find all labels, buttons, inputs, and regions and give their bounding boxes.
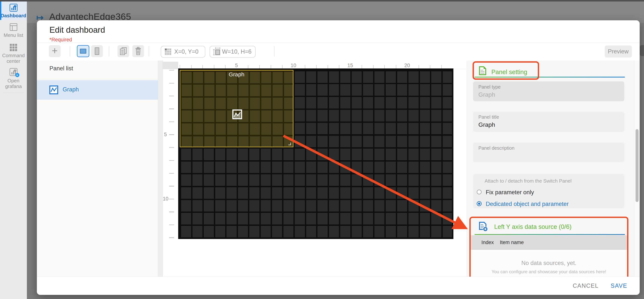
- vertical-ruler: 5 10: [163, 70, 178, 276]
- sidebar-item-command-center[interactable]: Command center: [0, 44, 27, 64]
- attach-group-label: Attach to / detach from the Switch Panel: [484, 178, 572, 184]
- toolbar-separator: [274, 46, 274, 56]
- size-value: W=10, H=6: [222, 48, 252, 55]
- panel-title-field[interactable]: Panel title Graph: [473, 112, 624, 132]
- annotation-box-datasource: Left Y axis data source (0/6) Index Item…: [469, 217, 628, 280]
- panel-size-field[interactable]: W=10, H=6: [210, 46, 256, 58]
- selected-graph-panel[interactable]: Graph: [180, 70, 294, 147]
- settings-scrollbar[interactable]: [634, 60, 640, 276]
- share-arrow-badge-icon: ➤: [15, 73, 19, 77]
- sidebar-divider: [3, 92, 24, 93]
- attach-switch-panel-group: Attach to / detach from the Switch Panel…: [473, 174, 624, 208]
- save-button[interactable]: SAVE: [611, 282, 627, 289]
- delete-panel-button[interactable]: [132, 45, 144, 57]
- portrait-orientation-button[interactable]: [91, 45, 103, 57]
- add-datasource-doc-icon: [478, 222, 488, 232]
- header-divider: [37, 42, 640, 43]
- datasource-title: Left Y axis data source (0/6): [494, 223, 572, 230]
- sidebar-item-label: Dashboard: [0, 13, 27, 18]
- trash-icon: [134, 47, 142, 55]
- duplicate-panel-button[interactable]: [118, 45, 129, 57]
- panel-list-column: Panel list Graph: [37, 60, 158, 276]
- scrollbar-thumb[interactable]: [636, 129, 638, 202]
- window-top-strip: [0, 0, 644, 2]
- preview-button[interactable]: Preview: [605, 46, 632, 58]
- copy-icon: [120, 47, 127, 55]
- toolbar-separator: [70, 46, 70, 56]
- sidebar-item-dashboard[interactable]: Dashboard: [0, 2, 27, 20]
- column-item-name: Item name: [500, 235, 524, 250]
- toolbar-separator: [109, 46, 109, 56]
- annotation-box-panel-setting: [472, 61, 539, 80]
- toolbar-separator: [149, 46, 149, 56]
- panel-list-item-graph[interactable]: Graph: [37, 80, 158, 100]
- horizontal-ruler: 5 10 15 20: [163, 62, 469, 69]
- edit-dashboard-dialog: Edit dashboard *Required + X=0, Y=0 W: [37, 20, 640, 295]
- left-nav-sidebar: Dashboard Menu list Command center ➤ Ope…: [0, 0, 27, 299]
- panel-settings-sidebar: Panel setting Panel type Graph Panel tit…: [466, 60, 634, 276]
- landscape-rect-icon: [80, 49, 86, 54]
- panel-list-item-label: Graph: [62, 86, 79, 93]
- graph-placeholder-icon: [232, 109, 242, 120]
- radio-icon: [477, 190, 482, 194]
- panel-resize-handle[interactable]: [288, 142, 291, 145]
- panel-list-title: Panel list: [50, 65, 73, 72]
- dashboard-grid-canvas: 5 10 15 20 5 10 Graph: [163, 60, 469, 276]
- size-measure-icon: [214, 48, 219, 56]
- dialog-footer: CANCEL SAVE: [37, 276, 640, 295]
- position-value: X=0, Y=0: [174, 48, 198, 55]
- page-header-dimmed: ↦ AdvantechEdge365: [27, 2, 644, 23]
- grid-position-icon: [165, 48, 171, 55]
- datasource-empty-state: No data sources, yet. You can configure …: [471, 250, 627, 279]
- menu-layout-icon: [10, 23, 17, 31]
- plus-icon: +: [52, 46, 58, 56]
- required-note: *Required: [50, 37, 72, 43]
- line-chart-icon: [49, 85, 58, 94]
- panel-position-field[interactable]: X=0, Y=0: [161, 46, 205, 58]
- dialog-title: Edit dashboard: [50, 25, 105, 34]
- sidebar-item-open-grafana[interactable]: ➤ Open grafana: [0, 68, 27, 89]
- datasource-table-header: Index Item name: [471, 235, 627, 250]
- ruler-corner: [163, 62, 178, 69]
- landscape-orientation-button[interactable]: [77, 45, 89, 57]
- panel-caption: Graph: [180, 71, 293, 78]
- cancel-button[interactable]: CANCEL: [573, 282, 599, 289]
- sidebar-item-menu-list[interactable]: Menu list: [0, 23, 27, 38]
- radio-selected-icon: [477, 201, 482, 206]
- dimmed-scrollbar-fragment: [640, 45, 644, 56]
- panel-list-scroll-strip[interactable]: [158, 60, 163, 276]
- portrait-rect-icon: [95, 48, 99, 55]
- panel-type-field: Panel type Graph: [473, 82, 624, 101]
- active-indicator-bar: [0, 2, 1, 20]
- add-panel-button[interactable]: +: [49, 45, 60, 57]
- column-index: Index: [482, 235, 494, 250]
- dashboard-chart-icon: [10, 4, 18, 12]
- panel-description-field[interactable]: Panel description: [473, 142, 624, 162]
- section-underline: [475, 234, 625, 235]
- grid-apps-icon: [10, 44, 17, 51]
